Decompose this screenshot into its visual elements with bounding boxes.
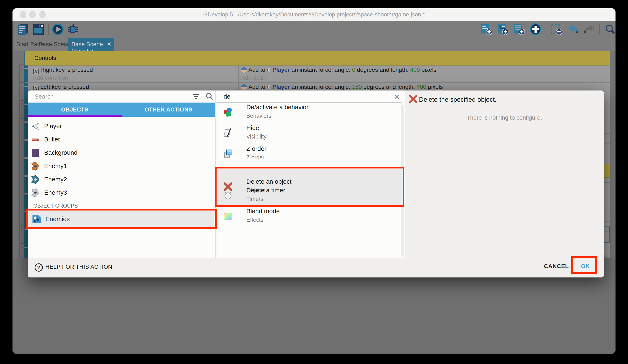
active-tab-indicator (28, 115, 122, 117)
search-icon[interactable] (205, 92, 214, 101)
object-panel-tabs: OBJECTS OTHER ACTIONS (28, 103, 215, 117)
tab-base-scene-events[interactable]: Base Scene (Events) ✕ (68, 38, 114, 51)
keyboard-icon: A (33, 69, 39, 74)
object-row-player[interactable]: Player (28, 120, 215, 133)
tab-objects[interactable]: OBJECTS (28, 103, 122, 117)
action-description-title: Delete the specified object. (419, 96, 496, 103)
action-text[interactable]: Add toPlayer an instant force, angle: 18… (241, 83, 443, 91)
z-order-icon (223, 149, 233, 159)
project-manager-icon[interactable] (17, 23, 29, 36)
add-circle-icon[interactable] (529, 23, 542, 36)
object-row-background[interactable]: Background (28, 146, 215, 160)
cancel-button[interactable]: CANCEL (544, 263, 569, 270)
tab-close-icon[interactable]: ✕ (107, 41, 111, 47)
timer-icon (223, 190, 233, 200)
action-editor-dialog: Delete the specified object. There is no… (28, 90, 604, 277)
background-object-icon (31, 148, 40, 157)
hide-icon (223, 128, 233, 138)
delete-action-icon (408, 94, 418, 104)
svg-text:?: ? (37, 265, 40, 270)
enemy3-object-icon (31, 188, 40, 197)
action-description-panel: Delete the specified object. There is no… (405, 90, 604, 277)
remove-selection-icon[interactable] (550, 23, 563, 36)
add-subevent-icon[interactable] (497, 23, 509, 36)
enemy1-object-icon (31, 162, 40, 171)
object-row-enemy3[interactable]: Enemy3 (28, 186, 215, 199)
screen: GDevelop 5 - /Users/dkarakay/Documents/G… (0, 0, 628, 364)
action-item-z-order[interactable]: Z order Z order (217, 143, 402, 164)
ok-button[interactable]: OK (581, 263, 590, 270)
toolbar-separator (546, 24, 546, 35)
behaviors-icon (223, 107, 233, 117)
add-condition-button[interactable]: Add condition (33, 74, 68, 82)
action-item-delete-timer[interactable]: Delete a timer Timers (217, 185, 402, 206)
player-object-icon (31, 122, 40, 131)
bullet-object-icon (31, 135, 40, 144)
enemies-group-icon (32, 214, 41, 224)
main-toolbar (12, 21, 616, 38)
help-for-this-action-button[interactable]: HELP FOR THIS ACTION (45, 264, 112, 270)
editor-tab-bar: Start Page Base Scene ✕ Base Scene (Even… (12, 38, 616, 51)
add-action-button[interactable]: Add action (241, 74, 269, 82)
debug-icon[interactable] (67, 23, 79, 36)
object-groups-header: OBJECT GROUPS (33, 203, 78, 209)
play-icon[interactable] (52, 23, 64, 36)
add-comment-icon[interactable] (513, 23, 526, 36)
clear-search-icon[interactable]: ✕ (394, 93, 400, 101)
condition-text[interactable]: ALeft key is pressed (33, 83, 89, 91)
object-row-enemy2[interactable]: Enemy2 (28, 173, 215, 186)
object-row-bullet[interactable]: Bullet (28, 133, 215, 146)
title-bar: GDevelop 5 - /Users/dkarakay/Documents/G… (12, 8, 616, 21)
action-item-hide[interactable]: Hide Visibility (217, 123, 402, 143)
toolbar-separator (599, 24, 600, 35)
enemy2-object-icon (31, 175, 40, 184)
player-object-icon (266, 84, 271, 90)
tab-other-actions[interactable]: OTHER ACTIONS (122, 103, 215, 117)
window-title: GDevelop 5 - /Users/dkarakay/Documents/G… (12, 8, 616, 21)
action-search-input[interactable] (223, 92, 369, 101)
blend-mode-icon (223, 211, 233, 221)
actions-scrollbar[interactable] (401, 105, 404, 257)
action-text[interactable]: Add toPlayer an instant force, angle: 0 … (241, 65, 436, 74)
redo-icon[interactable] (583, 23, 596, 36)
tab-base-scene-close-icon[interactable]: ✕ (62, 41, 67, 47)
comment-text: Controls (34, 55, 56, 61)
dialog-footer: ? HELP FOR THIS ACTION CANCEL OK (28, 258, 604, 277)
action-item-blend-mode[interactable]: Blend mode Effects (217, 206, 402, 227)
toolbar-separator (48, 24, 49, 35)
object-group-row-enemies[interactable]: Enemies (29, 210, 215, 228)
object-row-enemy1[interactable]: Enemy1 (28, 160, 215, 173)
panel-divider (215, 90, 216, 258)
scene-editor-icon[interactable] (32, 23, 45, 36)
search-icon[interactable] (604, 23, 616, 36)
filter-icon[interactable] (192, 94, 199, 99)
object-search-row (28, 90, 215, 102)
add-event-icon[interactable] (480, 23, 493, 36)
undo-icon[interactable] (567, 23, 579, 36)
nothing-to-configure-text: There is nothing to configure. (405, 114, 604, 121)
force-action-icon (241, 67, 247, 73)
object-search-input[interactable] (34, 92, 180, 101)
comment-event[interactable]: Controls (25, 51, 610, 65)
force-action-icon (241, 84, 247, 90)
player-object-icon (266, 67, 271, 73)
action-item-deactivate-behavior[interactable]: De/activate a behavior Behaviors (217, 102, 402, 123)
help-icon[interactable]: ? (34, 263, 43, 272)
condition-text[interactable]: ARight key is pressed (33, 65, 93, 74)
